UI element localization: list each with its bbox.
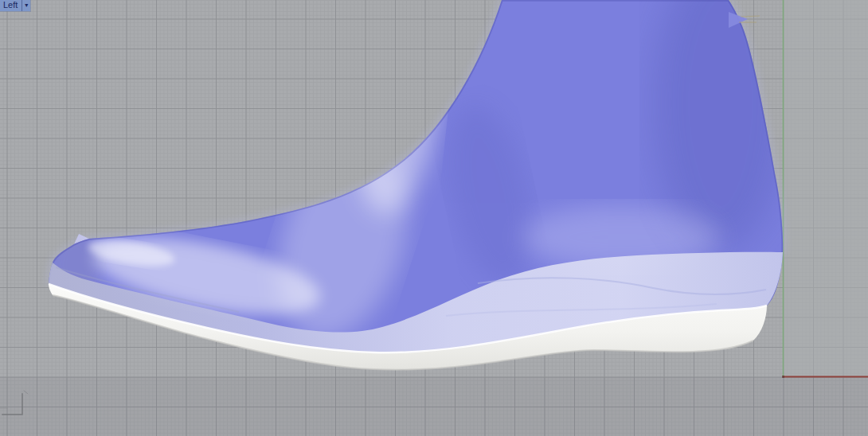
chevron-down-icon[interactable]: ▾: [22, 0, 30, 11]
cad-window: Left ▾: [0, 0, 868, 436]
viewport-canvas[interactable]: [0, 0, 868, 436]
boot-model[interactable]: [49, 0, 788, 370]
world-axes: [782, 0, 868, 378]
origin-point: [782, 376, 784, 378]
viewport-title[interactable]: Left: [0, 0, 22, 11]
construction-lines[interactable]: [0, 391, 28, 415]
viewport-title-bar[interactable]: Left ▾: [0, 0, 30, 11]
corner-line[interactable]: [2, 394, 22, 415]
corner-tick: [24, 391, 28, 394]
